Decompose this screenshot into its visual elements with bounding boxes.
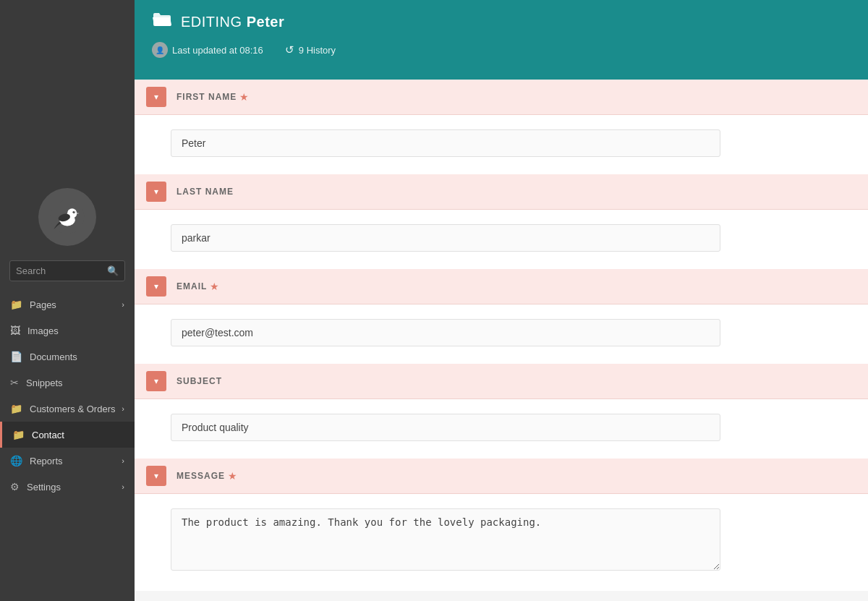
- sidebar-item-contact[interactable]: 📁 Contact: [0, 422, 135, 448]
- sidebar-item-label: Documents: [30, 351, 77, 362]
- svg-point-3: [73, 211, 75, 213]
- first-name-section: ▾ FIRST NAME ★: [135, 80, 868, 174]
- chevron-right-icon: ›: [122, 482, 124, 491]
- message-textarea[interactable]: [171, 508, 720, 571]
- sidebar-item-settings[interactable]: ⚙ Settings ›: [0, 474, 135, 500]
- email-section-header: ▾ EMAIL ★: [135, 269, 868, 304]
- form-container: ▾ FIRST NAME ★ ▾ LAST NAME ▾ EMAIL ★: [135, 80, 868, 591]
- page-title: EDITING Peter: [181, 14, 284, 30]
- sidebar-item-pages[interactable]: 📁 Pages ›: [0, 291, 135, 317]
- sidebar-item-label: Customers & Orders: [30, 404, 115, 414]
- history-link[interactable]: ↺ 9 History: [285, 43, 336, 56]
- email-toggle-button[interactable]: ▾: [146, 276, 166, 297]
- search-icon: 🔍: [107, 265, 119, 276]
- subject-section: ▾ SUBJECT: [135, 364, 868, 459]
- history-count-label: 9 History: [299, 45, 336, 56]
- search-input[interactable]: [16, 265, 107, 276]
- sidebar: 🔍 📁 Pages › 🖼 Images 📄 Documents ✂ Snipp…: [0, 0, 135, 601]
- email-section: ▾ EMAIL ★: [135, 269, 868, 364]
- main-content: EDITING Peter 👤 Last updated at 08:16 ↺ …: [135, 0, 868, 601]
- header-meta-row: 👤 Last updated at 08:16 ↺ 9 History: [152, 42, 851, 58]
- message-section-header: ▾ MESSAGE ★: [135, 459, 868, 494]
- message-required-marker: ★: [228, 470, 237, 482]
- last-name-section-header: ▾ LAST NAME: [135, 174, 868, 210]
- sidebar-item-label: Settings: [27, 482, 61, 493]
- sidebar-item-label: Images: [27, 325, 59, 336]
- folder-icon: 📁: [10, 299, 22, 310]
- gear-icon: ⚙: [10, 481, 20, 493]
- subject-label: SUBJECT: [176, 376, 222, 386]
- message-section-body: [135, 494, 868, 591]
- last-name-section: ▾ LAST NAME: [135, 174, 868, 269]
- email-label: EMAIL: [176, 281, 207, 291]
- email-section-body: [135, 304, 868, 364]
- last-name-label: LAST NAME: [176, 187, 234, 197]
- sidebar-item-label: Contact: [32, 430, 64, 440]
- first-name-toggle-button[interactable]: ▾: [146, 87, 166, 107]
- email-required-marker: ★: [210, 281, 219, 292]
- document-icon: 📄: [10, 351, 22, 362]
- first-name-required-marker: ★: [239, 91, 249, 103]
- sidebar-navigation: 📁 Pages › 🖼 Images 📄 Documents ✂ Snippet…: [0, 291, 135, 500]
- last-name-input[interactable]: [171, 224, 720, 252]
- last-name-toggle-button[interactable]: ▾: [146, 182, 166, 202]
- sidebar-item-label: Pages: [30, 299, 56, 310]
- search-container[interactable]: 🔍: [9, 260, 125, 281]
- message-toggle-button[interactable]: ▾: [146, 466, 166, 486]
- subject-toggle-button[interactable]: ▾: [146, 371, 166, 391]
- subject-input[interactable]: [171, 414, 720, 441]
- email-input[interactable]: [171, 319, 720, 346]
- image-icon: 🖼: [10, 325, 20, 336]
- avatar: 👤: [152, 42, 168, 58]
- chevron-right-icon: ›: [122, 404, 124, 413]
- scissors-icon: ✂: [10, 377, 19, 388]
- chevron-right-icon: ›: [122, 456, 124, 465]
- first-name-label: FIRST NAME: [176, 92, 237, 102]
- folder-open-icon: [152, 12, 172, 32]
- sidebar-item-documents[interactable]: 📄 Documents: [0, 344, 135, 370]
- globe-icon: 🌐: [10, 455, 22, 466]
- svg-point-4: [74, 211, 75, 212]
- first-name-section-body: [135, 115, 868, 174]
- sidebar-item-snippets[interactable]: ✂ Snippets: [0, 370, 135, 396]
- last-updated-text: Last updated at 08:16: [172, 45, 263, 56]
- sidebar-item-images[interactable]: 🖼 Images: [0, 317, 135, 344]
- folder-icon: 📁: [12, 429, 25, 440]
- history-icon: ↺: [285, 43, 294, 56]
- last-updated-info: 👤 Last updated at 08:16: [152, 42, 263, 58]
- sidebar-item-label: Snippets: [26, 378, 63, 388]
- sidebar-item-label: Reports: [30, 456, 63, 466]
- subject-section-header: ▾ SUBJECT: [135, 364, 868, 399]
- folder-icon: 📁: [10, 403, 22, 414]
- page-header: EDITING Peter 👤 Last updated at 08:16 ↺ …: [135, 0, 868, 80]
- last-name-section-body: [135, 210, 868, 269]
- sidebar-item-customers-orders[interactable]: 📁 Customers & Orders ›: [0, 396, 135, 422]
- first-name-section-header: ▾ FIRST NAME ★: [135, 80, 868, 115]
- sidebar-item-reports[interactable]: 🌐 Reports ›: [0, 448, 135, 474]
- sidebar-logo: [38, 188, 96, 246]
- first-name-input[interactable]: [171, 129, 720, 157]
- message-label: MESSAGE: [176, 471, 225, 481]
- message-section: ▾ MESSAGE ★: [135, 459, 868, 591]
- header-title-row: EDITING Peter: [152, 12, 851, 32]
- subject-section-body: [135, 399, 868, 459]
- chevron-right-icon: ›: [122, 300, 124, 309]
